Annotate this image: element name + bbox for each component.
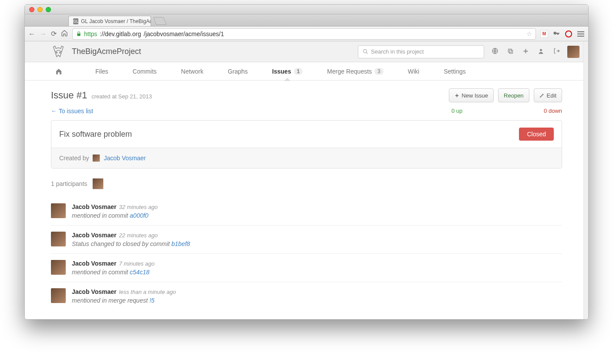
vote-stats: 0 up 0 down [51, 108, 562, 114]
status-badge: Closed [519, 128, 554, 141]
nav-graphs[interactable]: Graphs [216, 62, 260, 81]
svg-point-9 [540, 49, 542, 51]
signout-icon[interactable] [552, 47, 561, 56]
address-bar[interactable]: https://dev.gitlab.org/jacobvosmaer/acme… [72, 28, 536, 40]
activity-ref-link[interactable]: b1bef8 [172, 240, 190, 247]
activity-item: Jacob Vosmaer 32 minutes ago mentioned i… [51, 197, 562, 226]
issue-title: Fix software problem [59, 130, 519, 139]
svg-point-0 [56, 52, 57, 53]
reopen-button[interactable]: Reopen [498, 88, 529, 102]
issues-count-badge: 1 [294, 68, 303, 75]
activity-text: mentioned in commit [72, 269, 130, 276]
participants-label: 1 participants [51, 180, 87, 187]
svg-point-2 [364, 50, 367, 53]
svg-point-1 [60, 52, 61, 53]
nav-issues[interactable]: Issues 1 [260, 62, 315, 81]
url-path: /jacobvosmaer/acme/issues/1 [144, 30, 224, 37]
public-icon[interactable] [490, 47, 500, 56]
project-nav: Files Commits Network Graphs Issues 1 Me… [25, 62, 588, 81]
bookmark-star-icon[interactable]: ☆ [526, 30, 532, 38]
activity-item: Jacob Vosmaer 7 minutes ago mentioned in… [51, 254, 562, 282]
issue-box: Fix software problem Closed Created by J… [51, 120, 562, 169]
svg-rect-5 [509, 50, 513, 54]
svg-line-3 [366, 52, 367, 54]
home-icon [55, 68, 62, 75]
lock-icon [76, 31, 81, 37]
activity-author[interactable]: Jacob Vosmaer [72, 203, 116, 210]
reload-button[interactable]: ⟳ [51, 30, 57, 38]
activity-ref-link[interactable]: !5 [149, 297, 155, 304]
edit-icon [539, 93, 545, 98]
activity-item: Jacob Vosmaer less than a minute ago men… [51, 282, 562, 310]
activity-author[interactable]: Jacob Vosmaer [72, 260, 116, 267]
nav-commits[interactable]: Commits [121, 62, 169, 81]
new-tab-button[interactable] [153, 17, 167, 25]
close-window-button[interactable] [29, 7, 34, 12]
back-button[interactable]: ← [28, 30, 35, 38]
activity-time: 7 minutes ago [119, 260, 155, 267]
tab-title: GL Jacob Vosmaer / TheBigAc [81, 18, 151, 24]
project-search-input[interactable]: Search in this project [358, 45, 484, 58]
issue-heading: Issue #1 created at Sep 21, 2013 [51, 90, 152, 101]
activity-avatar[interactable] [51, 232, 66, 246]
edit-button[interactable]: Edit [534, 88, 562, 102]
participant-avatar[interactable] [92, 178, 104, 189]
activity-time: 22 minutes ago [119, 232, 158, 239]
mac-titlebar [25, 5, 588, 14]
creator-link[interactable]: Jacob Vosmaer [104, 155, 146, 162]
activity-item: Jacob Vosmaer 22 minutes ago Status chan… [51, 226, 562, 254]
activity-avatar[interactable] [51, 260, 66, 275]
issue-content: Issue #1 created at Sep 21, 2013 New Iss… [25, 81, 588, 318]
project-name[interactable]: TheBigAcmeProject [72, 47, 141, 56]
tab-favicon: GL [73, 18, 78, 24]
user-icon[interactable] [536, 48, 546, 56]
zoom-window-button[interactable] [46, 7, 51, 12]
activity-list: Jacob Vosmaer 32 minutes ago mentioned i… [51, 197, 562, 310]
forward-button[interactable]: → [40, 30, 47, 38]
activity-text: Status changed to closed by commit [72, 240, 172, 247]
browser-window: GL GL Jacob Vosmaer / TheBigAc × ← → ⟳ h… [24, 4, 589, 320]
mr-count-badge: 3 [374, 68, 384, 75]
page-viewport: TheBigAcmeProject Search in this project [25, 41, 588, 319]
user-avatar[interactable] [567, 46, 579, 58]
copy-icon[interactable] [506, 48, 515, 56]
activity-time: 32 minutes ago [119, 204, 158, 210]
new-issue-button[interactable]: New Issue [449, 88, 494, 102]
activity-author[interactable]: Jacob Vosmaer [72, 232, 116, 239]
url-domain: ://dev.gitlab.org [100, 30, 141, 37]
search-placeholder: Search in this project [371, 48, 424, 55]
key-extension-icon[interactable] [552, 30, 560, 38]
minimize-window-button[interactable] [37, 7, 43, 12]
activity-ref-link[interactable]: c54c18 [130, 269, 149, 276]
activity-avatar[interactable] [51, 288, 66, 303]
activity-avatar[interactable] [51, 203, 66, 218]
adblock-extension-icon[interactable] [565, 30, 573, 38]
creator-avatar [92, 154, 100, 162]
nav-files[interactable]: Files [83, 62, 121, 81]
project-header: TheBigAcmeProject Search in this project [25, 41, 588, 62]
activity-time: less than a minute ago [119, 289, 176, 295]
svg-rect-6 [509, 49, 512, 52]
issue-created-at: created at Sep 21, 2013 [91, 93, 152, 100]
plus-icon[interactable] [521, 48, 530, 56]
created-by-label: Created by [59, 155, 89, 162]
nav-settings[interactable]: Settings [431, 62, 478, 81]
nav-wiki[interactable]: Wiki [396, 62, 431, 81]
activity-author[interactable]: Jacob Vosmaer [72, 288, 116, 295]
activity-ref-link[interactable]: a000f0 [130, 212, 148, 219]
upvotes: 0 up [51, 108, 544, 114]
browser-toolbar: ← → ⟳ https://dev.gitlab.org/jacobvosmae… [25, 27, 588, 41]
nav-merge-requests[interactable]: Merge Requests 3 [315, 62, 395, 81]
browser-tab[interactable]: GL GL Jacob Vosmaer / TheBigAc × [68, 16, 151, 26]
browser-tabstrip: GL GL Jacob Vosmaer / TheBigAc × [25, 14, 588, 27]
gmail-extension-icon[interactable]: M [540, 30, 548, 38]
search-icon [363, 49, 368, 54]
url-scheme: https [84, 30, 97, 37]
activity-text: mentioned in merge request [72, 297, 149, 304]
activity-text: mentioned in commit [72, 212, 130, 219]
gitlab-logo-icon[interactable] [51, 44, 66, 59]
nav-network[interactable]: Network [169, 62, 216, 81]
nav-home[interactable] [51, 62, 83, 81]
chrome-menu-button[interactable] [577, 30, 585, 38]
home-button[interactable] [61, 30, 68, 38]
